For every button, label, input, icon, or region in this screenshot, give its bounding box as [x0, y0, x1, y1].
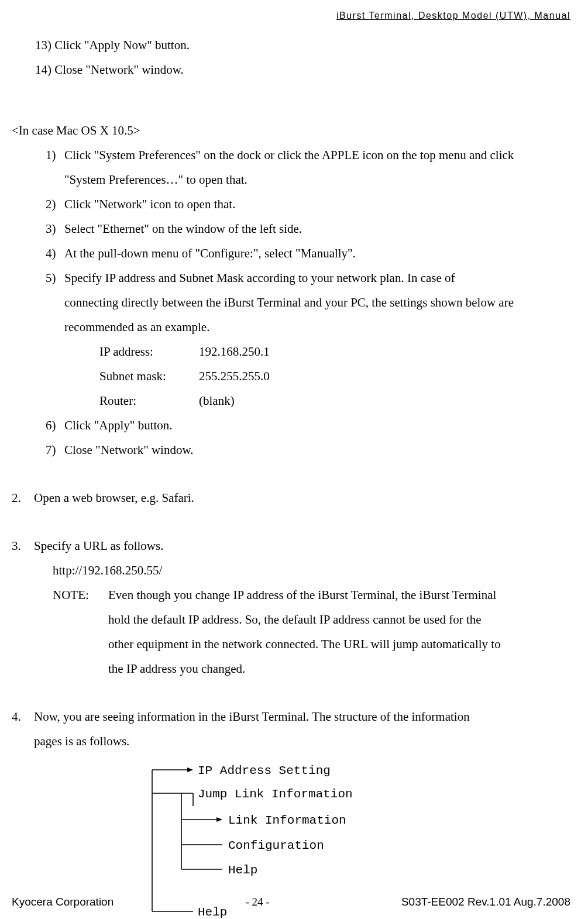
setting-label: Router: [99, 388, 199, 413]
step-num: 4. [12, 704, 34, 729]
step-7: 7)Close "Network" window. [46, 438, 570, 462]
note-label: NOTE: [53, 583, 108, 607]
tree-node-jump: Jump Link Information [198, 787, 353, 801]
footer-page: - 24 - [246, 896, 270, 908]
main-step-3: 3.Specify a URL as follows. [12, 533, 570, 558]
footer-rev: S03T-EE002 Rev.1.01 Aug.7.2008 [401, 896, 570, 908]
tree-node-link: Link Information [228, 814, 346, 827]
note-line-2: hold the default IP address. So, the def… [12, 607, 570, 632]
setting-ip: IP address:192.168.250.1 [99, 339, 570, 364]
tree-node-help-sub: Help [228, 863, 257, 877]
tree-node-config: Configuration [228, 839, 324, 852]
step-num: 2) [46, 192, 64, 216]
step-text: Close "Network" window. [64, 443, 194, 457]
step-text: Now, you are seeing information in the i… [34, 710, 470, 724]
setting-value: 255.255.255.0 [199, 364, 270, 388]
step-text: Select "Ethernet" on the window of the l… [64, 222, 302, 236]
step-text: Click "System Preferences" on the dock o… [64, 148, 514, 162]
svg-marker-6 [216, 817, 222, 822]
note-text: Even though you change IP address of the… [108, 588, 496, 602]
step-num: 3) [46, 216, 64, 241]
step-5-cont1: connecting directly between the iBurst T… [46, 290, 570, 315]
setting-label: IP address: [99, 339, 199, 364]
setting-value: (blank) [199, 388, 235, 413]
page-footer: Kyocera Corporation - 24 - S03T-EE002 Re… [12, 896, 570, 908]
setting-label: Subnet mask: [99, 364, 199, 388]
step-text: Click "Apply" button. [64, 418, 173, 432]
main-step-2: 2.Open a web browser, e.g. Safari. [12, 486, 570, 510]
prev-step-13: 13) Click "Apply Now" button. [12, 33, 570, 57]
step-text: Specify IP address and Subnet Mask accor… [64, 271, 455, 285]
step-1: 1)Click "System Preferences" on the dock… [46, 143, 570, 167]
setting-value: 192.168.250.1 [199, 339, 270, 364]
step-text: Open a web browser, e.g. Safari. [34, 491, 194, 505]
step-num: 4) [46, 241, 64, 266]
step-2: 2)Click "Network" icon to open that. [46, 192, 570, 216]
note-line-3: other equipment in the network connected… [12, 632, 570, 656]
step-num: 1) [46, 143, 64, 167]
case-heading: <In case Mac OS X 10.5> [12, 118, 570, 143]
main-step-4-cont: pages is as follows. [12, 729, 570, 753]
note-line-1: NOTE:Even though you change IP address o… [12, 583, 570, 607]
settings-block: IP address:192.168.250.1 Subnet mask:255… [12, 339, 570, 413]
step-num: 6) [46, 413, 64, 438]
step-text: Click "Network" icon to open that. [64, 197, 235, 211]
doc-header: iBurst Terminal, Desktop Model (UTW), Ma… [336, 11, 570, 21]
main-step-4: 4.Now, you are seeing information in the… [12, 704, 570, 729]
setting-router: Router:(blank) [99, 388, 570, 413]
note-line-4: the IP address you changed. [12, 656, 570, 681]
footer-company: Kyocera Corporation [12, 896, 114, 908]
svg-marker-2 [187, 767, 193, 772]
step-5-cont2: recommended as an example. [46, 315, 570, 339]
step-num: 2. [12, 486, 34, 510]
page-content: 13) Click "Apply Now" button. 14) Close … [12, 33, 570, 919]
prev-step-14: 14) Close "Network" window. [12, 57, 570, 82]
step-text: At the pull-down menu of "Configure:", s… [64, 246, 356, 260]
step-1-cont: "System Preferences…" to open that. [46, 167, 570, 192]
tree-diagram: IP Address Setting Jump Link Information… [12, 758, 421, 919]
step-num: 3. [12, 533, 34, 558]
setting-subnet: Subnet mask:255.255.255.0 [99, 364, 570, 388]
step-num: 7) [46, 438, 64, 462]
step-4: 4)At the pull-down menu of "Configure:",… [46, 241, 570, 266]
step-text: Specify a URL as follows. [34, 539, 163, 553]
url-line: http://192.168.250.55/ [12, 558, 570, 583]
step-5: 5)Specify IP address and Subnet Mask acc… [46, 266, 570, 290]
step-6: 6)Click "Apply" button. [46, 413, 570, 438]
tree-node-ip: IP Address Setting [198, 764, 331, 777]
step-num: 5) [46, 266, 64, 290]
step-3: 3)Select "Ethernet" on the window of the… [46, 216, 570, 241]
